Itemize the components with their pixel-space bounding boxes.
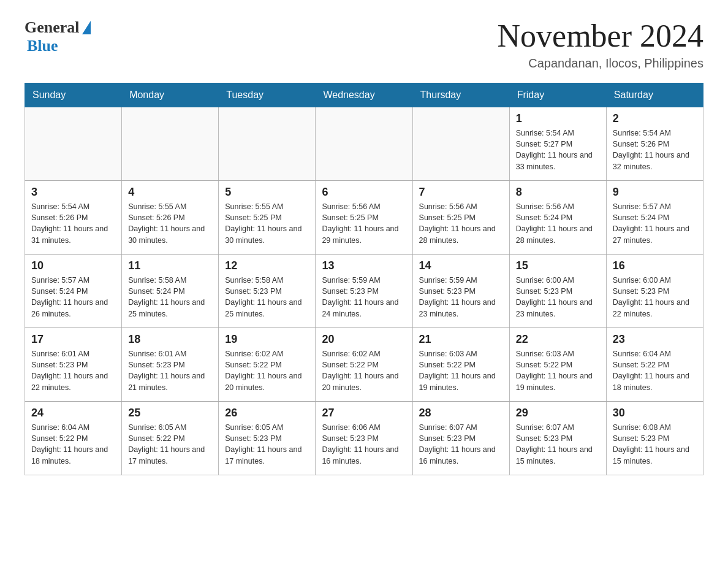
title-block: November 2024 Capandanan, Ilocos, Philip…	[498, 18, 703, 71]
day-info: Sunrise: 5:54 AM Sunset: 5:26 PM Dayligh…	[613, 128, 697, 172]
calendar-cell: 20Sunrise: 6:02 AM Sunset: 5:22 PM Dayli…	[316, 328, 412, 402]
week-row-1: 1Sunrise: 5:54 AM Sunset: 5:27 PM Daylig…	[25, 107, 703, 181]
calendar-cell: 30Sunrise: 6:08 AM Sunset: 5:23 PM Dayli…	[606, 402, 703, 475]
calendar-cell: 26Sunrise: 6:05 AM Sunset: 5:23 PM Dayli…	[219, 402, 316, 475]
day-info: Sunrise: 6:04 AM Sunset: 5:22 PM Dayligh…	[31, 422, 115, 467]
calendar-cell: 28Sunrise: 6:07 AM Sunset: 5:23 PM Dayli…	[412, 402, 509, 475]
calendar-cell: 11Sunrise: 5:58 AM Sunset: 5:24 PM Dayli…	[122, 255, 219, 328]
subtitle: Capandanan, Ilocos, Philippines	[498, 56, 703, 71]
day-number: 2	[613, 112, 697, 125]
day-number: 1	[516, 112, 600, 125]
day-number: 20	[322, 333, 406, 346]
day-info: Sunrise: 6:07 AM Sunset: 5:23 PM Dayligh…	[516, 422, 600, 467]
day-info: Sunrise: 6:05 AM Sunset: 5:22 PM Dayligh…	[128, 422, 212, 467]
day-number: 30	[613, 407, 697, 419]
day-number: 28	[419, 407, 503, 419]
days-of-week-row: SundayMondayTuesdayWednesdayThursdayFrid…	[25, 83, 703, 107]
calendar-cell: 18Sunrise: 6:01 AM Sunset: 5:23 PM Dayli…	[122, 328, 219, 402]
day-number: 13	[322, 259, 406, 272]
calendar-cell: 12Sunrise: 5:58 AM Sunset: 5:23 PM Dayli…	[219, 255, 316, 328]
day-number: 17	[31, 333, 115, 346]
calendar-cell: 15Sunrise: 6:00 AM Sunset: 5:23 PM Dayli…	[509, 255, 606, 328]
day-number: 26	[225, 407, 309, 419]
calendar-cell: 19Sunrise: 6:02 AM Sunset: 5:22 PM Dayli…	[219, 328, 316, 402]
calendar-cell: 2Sunrise: 5:54 AM Sunset: 5:26 PM Daylig…	[606, 107, 703, 181]
calendar-cell	[412, 107, 509, 181]
day-info: Sunrise: 5:56 AM Sunset: 5:24 PM Dayligh…	[516, 201, 600, 246]
day-number: 27	[322, 407, 406, 419]
calendar-cell	[122, 107, 219, 181]
calendar-cell	[25, 107, 122, 181]
day-info: Sunrise: 5:55 AM Sunset: 5:25 PM Dayligh…	[225, 201, 309, 246]
calendar-cell	[316, 107, 412, 181]
day-header-monday: Monday	[122, 83, 219, 107]
day-info: Sunrise: 5:57 AM Sunset: 5:24 PM Dayligh…	[31, 275, 115, 320]
day-number: 5	[225, 186, 309, 199]
day-number: 22	[516, 333, 600, 346]
day-info: Sunrise: 5:54 AM Sunset: 5:26 PM Dayligh…	[31, 201, 115, 246]
day-info: Sunrise: 6:03 AM Sunset: 5:22 PM Dayligh…	[419, 348, 503, 393]
day-info: Sunrise: 5:56 AM Sunset: 5:25 PM Dayligh…	[419, 201, 503, 246]
calendar-cell: 1Sunrise: 5:54 AM Sunset: 5:27 PM Daylig…	[509, 107, 606, 181]
logo: General Blue	[25, 18, 91, 55]
calendar-cell: 22Sunrise: 6:03 AM Sunset: 5:22 PM Dayli…	[509, 328, 606, 402]
calendar-cell: 16Sunrise: 6:00 AM Sunset: 5:23 PM Dayli…	[606, 255, 703, 328]
day-number: 15	[516, 259, 600, 272]
calendar-header: SundayMondayTuesdayWednesdayThursdayFrid…	[25, 83, 703, 107]
day-number: 19	[225, 333, 309, 346]
day-number: 6	[322, 186, 406, 199]
day-header-sunday: Sunday	[25, 83, 122, 107]
calendar-cell: 4Sunrise: 5:55 AM Sunset: 5:26 PM Daylig…	[122, 181, 219, 255]
day-info: Sunrise: 6:00 AM Sunset: 5:23 PM Dayligh…	[516, 275, 600, 320]
calendar-cell: 9Sunrise: 5:57 AM Sunset: 5:24 PM Daylig…	[606, 181, 703, 255]
day-header-wednesday: Wednesday	[316, 83, 412, 107]
calendar-cell: 13Sunrise: 5:59 AM Sunset: 5:23 PM Dayli…	[316, 255, 412, 328]
page-header: General Blue November 2024 Capandanan, I…	[25, 18, 703, 71]
main-title: November 2024	[498, 18, 703, 53]
calendar-cell: 23Sunrise: 6:04 AM Sunset: 5:22 PM Dayli…	[606, 328, 703, 402]
logo-arrow-icon	[82, 21, 91, 34]
day-info: Sunrise: 6:02 AM Sunset: 5:22 PM Dayligh…	[225, 348, 309, 393]
calendar-cell: 14Sunrise: 5:59 AM Sunset: 5:23 PM Dayli…	[412, 255, 509, 328]
day-number: 12	[225, 259, 309, 272]
calendar-cell: 17Sunrise: 6:01 AM Sunset: 5:23 PM Dayli…	[25, 328, 122, 402]
day-header-saturday: Saturday	[606, 83, 703, 107]
day-info: Sunrise: 6:02 AM Sunset: 5:22 PM Dayligh…	[322, 348, 406, 393]
calendar-cell: 7Sunrise: 5:56 AM Sunset: 5:25 PM Daylig…	[412, 181, 509, 255]
day-number: 8	[516, 186, 600, 199]
day-info: Sunrise: 6:01 AM Sunset: 5:23 PM Dayligh…	[128, 348, 212, 393]
day-number: 29	[516, 407, 600, 419]
day-number: 16	[613, 259, 697, 272]
calendar-table: SundayMondayTuesdayWednesdayThursdayFrid…	[25, 83, 703, 475]
day-info: Sunrise: 5:58 AM Sunset: 5:24 PM Dayligh…	[128, 275, 212, 320]
calendar-cell: 24Sunrise: 6:04 AM Sunset: 5:22 PM Dayli…	[25, 402, 122, 475]
calendar-cell	[219, 107, 316, 181]
calendar-cell: 3Sunrise: 5:54 AM Sunset: 5:26 PM Daylig…	[25, 181, 122, 255]
day-number: 7	[419, 186, 503, 199]
day-info: Sunrise: 5:56 AM Sunset: 5:25 PM Dayligh…	[322, 201, 406, 246]
calendar-cell: 8Sunrise: 5:56 AM Sunset: 5:24 PM Daylig…	[509, 181, 606, 255]
week-row-4: 17Sunrise: 6:01 AM Sunset: 5:23 PM Dayli…	[25, 328, 703, 402]
day-number: 3	[31, 186, 115, 199]
logo-blue-text: Blue	[27, 37, 58, 55]
day-info: Sunrise: 6:03 AM Sunset: 5:22 PM Dayligh…	[516, 348, 600, 393]
calendar-cell: 29Sunrise: 6:07 AM Sunset: 5:23 PM Dayli…	[509, 402, 606, 475]
week-row-3: 10Sunrise: 5:57 AM Sunset: 5:24 PM Dayli…	[25, 255, 703, 328]
week-row-2: 3Sunrise: 5:54 AM Sunset: 5:26 PM Daylig…	[25, 181, 703, 255]
calendar-body: 1Sunrise: 5:54 AM Sunset: 5:27 PM Daylig…	[25, 107, 703, 475]
logo-blue-part	[81, 21, 91, 34]
day-number: 24	[31, 407, 115, 419]
day-number: 10	[31, 259, 115, 272]
day-info: Sunrise: 6:05 AM Sunset: 5:23 PM Dayligh…	[225, 422, 309, 467]
day-number: 23	[613, 333, 697, 346]
logo-general-text: General	[25, 18, 80, 37]
day-info: Sunrise: 6:00 AM Sunset: 5:23 PM Dayligh…	[613, 275, 697, 320]
day-info: Sunrise: 6:01 AM Sunset: 5:23 PM Dayligh…	[31, 348, 115, 393]
day-number: 14	[419, 259, 503, 272]
calendar-cell: 10Sunrise: 5:57 AM Sunset: 5:24 PM Dayli…	[25, 255, 122, 328]
calendar-cell: 21Sunrise: 6:03 AM Sunset: 5:22 PM Dayli…	[412, 328, 509, 402]
day-info: Sunrise: 5:59 AM Sunset: 5:23 PM Dayligh…	[419, 275, 503, 320]
day-number: 4	[128, 186, 212, 199]
day-number: 21	[419, 333, 503, 346]
day-number: 18	[128, 333, 212, 346]
